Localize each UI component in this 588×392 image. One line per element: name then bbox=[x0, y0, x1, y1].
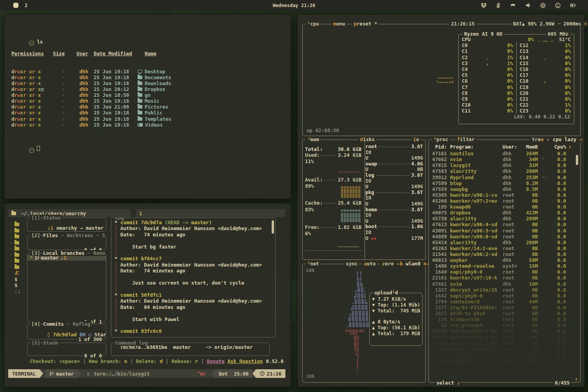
tree-folder-item[interactable]: › bbox=[10, 228, 27, 234]
log-scrollbar[interactable] bbox=[272, 220, 274, 234]
process-row[interactable]: 1640napi/phy0-0root0B0.0 bbox=[429, 269, 580, 275]
ask-question-link[interactable]: Ask Question bbox=[227, 358, 263, 364]
select-hint[interactable]: select ↓ bbox=[435, 380, 461, 386]
winbar-tab-segment[interactable]: 1 bbox=[136, 209, 285, 217]
process-row[interactable]: 22161kworker/u97:10-kroot0B0.0 bbox=[429, 275, 580, 281]
log-line[interactable]: │ Just use current on start, don't cycle bbox=[114, 280, 275, 286]
log-line[interactable]: │ Author: David Heinemeier Hansson <davi… bbox=[114, 298, 275, 304]
tree-script-item[interactable]: $ bbox=[10, 282, 27, 289]
scroll-up-icon[interactable]: ↑ bbox=[568, 144, 572, 150]
tree-folder-item[interactable]: › bbox=[10, 240, 27, 246]
tree-folder-item[interactable]: › bbox=[10, 234, 27, 240]
process-row[interactable]: 47661nvimdhh10M0.0 bbox=[429, 281, 580, 287]
terminal-window-lazygit[interactable]: ~/.local/share/omarchy 1 ››››››››E$$(1 [… bbox=[4, 203, 291, 387]
tab-filter[interactable]: filter bbox=[456, 136, 476, 142]
wifi-icon[interactable] bbox=[510, 3, 516, 8]
process-row[interactable]: 1577irq/81-PIXA3854:root0B0.0 bbox=[429, 305, 580, 310]
tree-folder-item[interactable]: › bbox=[10, 252, 27, 258]
log-panel[interactable]: Log * commit 7dc9d7a (HEAD -> master)│ A… bbox=[111, 218, 276, 338]
process-row[interactable]: 47583alacrittydhh206M0.0 bbox=[429, 168, 580, 174]
tree-folder-item[interactable]: › bbox=[10, 264, 27, 270]
process-row[interactable]: 42208kworker/u97:3-kcroot0B0.0 bbox=[429, 328, 580, 334]
process-row[interactable]: 39912Hyprlanddhh253M⠐⠂⠄0.0 bbox=[429, 174, 580, 180]
terminal-window-btop[interactable]: ¹cpu menu preset * 21:26:15 BAT▲ 98% 2.9… bbox=[297, 14, 585, 387]
process-row[interactable]: 43091kworker/u96:3-sdroot0B0.0 bbox=[429, 228, 580, 234]
log-line[interactable]: │ bbox=[114, 322, 275, 328]
process-row[interactable]: 45266kworker/u97:2+evroot0B0.0 bbox=[429, 198, 580, 204]
log-line[interactable]: │ Start with Pawel bbox=[114, 316, 275, 322]
process-row[interactable]: 1486systemd-resolvesyst+15M0.0 bbox=[429, 263, 580, 269]
log-line[interactable]: │ Date: 74 minutes ago bbox=[114, 268, 275, 274]
process-row[interactable]: 47815lazygitdhh31M0.0 bbox=[429, 162, 580, 168]
process-row[interactable]: 45305kworker/u96:1-coroot0B0.0 bbox=[429, 192, 580, 198]
files-panel[interactable]: [2]─Files ─ Worktrees ─ S 0 of 0 bbox=[27, 235, 106, 250]
tab-cpu[interactable]: ¹cpu bbox=[306, 21, 321, 27]
tab-preset[interactable]: preset * bbox=[352, 21, 379, 27]
cpu-indicator-icon[interactable] bbox=[540, 3, 546, 8]
process-row[interactable]: 45414alacrittydhh208M0.0 bbox=[429, 240, 580, 245]
log-line[interactable]: │ Date: 74 minutes ago bbox=[114, 232, 275, 238]
process-row[interactable]: 47559swaybgdhh8.5M0.0 bbox=[429, 186, 580, 192]
update-interval[interactable]: ─ 2000ms + bbox=[556, 21, 588, 27]
process-row[interactable]: 47599btopdhh8.2M0.0 bbox=[429, 180, 580, 186]
process-row[interactable]: 1642napi/phy0-0root0B0.0 bbox=[429, 293, 580, 299]
status-panel[interactable]: [1]─Status ↓1 omarchy → master bbox=[27, 218, 106, 232]
log-line[interactable]: * commit 56fdfc1 bbox=[114, 292, 275, 298]
tab-sync[interactable]: sync bbox=[344, 261, 359, 267]
sort-selector[interactable]: ← cpu lazy → bbox=[545, 136, 584, 142]
interface-switcher[interactable]: ←b wlan0 n→ bbox=[395, 261, 431, 267]
log-line[interactable]: │ Date: 84 minutes ago bbox=[114, 304, 275, 310]
commits-panel[interactable]: [4]─Commits ─ Reflog ◊ 7dc9d7ad DH ○ Sta… bbox=[27, 324, 106, 339]
tab-auto[interactable]: auto bbox=[362, 261, 377, 267]
process-row[interactable]: 1380btrfs-transactioroot0B0.0 bbox=[429, 346, 580, 352]
tab-menu[interactable]: menu bbox=[332, 21, 347, 27]
process-row[interactable]: 40013waybardhh58M0.0 bbox=[429, 257, 580, 263]
log-line[interactable]: │ Author: David Heinemeier Hansson <davi… bbox=[114, 262, 275, 268]
log-line[interactable]: │ bbox=[114, 250, 275, 256]
prompt-line-2[interactable]: → bbox=[11, 140, 171, 145]
process-row[interactable]: 16rcu_preemptroot0B0.0 bbox=[429, 322, 580, 328]
log-line[interactable]: │ bbox=[114, 238, 275, 243]
process-row[interactable]: 1systemdroot13M0.0 bbox=[429, 352, 580, 358]
process-row[interactable]: 1794containerdroot44M0.0 bbox=[429, 299, 580, 305]
log-line[interactable]: │ bbox=[114, 274, 275, 280]
log-line[interactable]: │ bbox=[114, 286, 275, 292]
volume-icon[interactable] bbox=[526, 3, 531, 8]
tab-io[interactable]: io bbox=[412, 136, 421, 142]
process-row[interactable]: 45730alacrittydhh209M0.0 bbox=[429, 216, 580, 221]
log-line[interactable]: * commit bf64cc7 bbox=[114, 256, 275, 261]
scroll-down-icon[interactable]: ↓ bbox=[575, 376, 578, 381]
terminal-window-ls[interactable]: →ls PermissionsSizeUserDate ModifiedName… bbox=[4, 14, 291, 199]
bluetooth-icon[interactable] bbox=[496, 2, 500, 8]
log-line[interactable]: * commit 7dc9d7a (HEAD -> master) bbox=[114, 220, 275, 225]
gauge-icon[interactable] bbox=[555, 3, 561, 8]
tree-folder-item[interactable]: › bbox=[10, 221, 27, 228]
process-row[interactable]: 1846pipewiredhh14M0.0 bbox=[429, 358, 580, 364]
tab-zero[interactable]: zero bbox=[380, 261, 395, 267]
tab-tree[interactable]: tree bbox=[530, 136, 545, 142]
process-row[interactable]: 31541kworker/u96:2-sdroot0B0.0 bbox=[429, 251, 580, 257]
log-line[interactable]: │ Start bg faster bbox=[114, 244, 275, 250]
branches-panel[interactable]: [3]─Local branches ─ Remo * master ↓1 1 … bbox=[27, 253, 106, 322]
branch-segment[interactable]: master bbox=[45, 369, 78, 378]
log-line[interactable]: │ Author: David Heinemeier Hansson <davi… bbox=[114, 225, 275, 231]
process-row[interactable]: 1327dmcrypt_write/25root0B0.0 bbox=[429, 287, 580, 293]
tree-text-item[interactable]: (1 bbox=[10, 289, 27, 295]
workspace-2-label[interactable]: 2 bbox=[25, 3, 27, 8]
process-row[interactable]: 47613kworker/u96:4-sdroot0B0.0 bbox=[429, 221, 580, 227]
file-tree[interactable]: ››››››››E$$(1 bbox=[10, 221, 27, 294]
log-line[interactable]: │ bbox=[114, 310, 275, 316]
process-row[interactable]: 47662nvimdhh34M⠈⠂0.0 bbox=[429, 156, 580, 162]
tree-folder-item[interactable]: › bbox=[10, 258, 27, 264]
process-row[interactable]: 44889kworker/u96:0-sdroot0B0.0 bbox=[429, 234, 580, 240]
tab-proc[interactable]: ⁴proc bbox=[432, 136, 450, 142]
workspace-indicator[interactable]: 2 bbox=[13, 3, 27, 8]
process-row[interactable]: 1827mt76-tx phy0root0B0.0 bbox=[429, 310, 580, 316]
tree-folder-item[interactable]: › bbox=[10, 246, 27, 252]
battery-icon[interactable] bbox=[570, 3, 576, 8]
process-row[interactable]: 176kcompactd0root0B0.0 bbox=[429, 316, 580, 322]
log-line[interactable]: * commit 83fc6c6 bbox=[114, 328, 275, 334]
process-row[interactable]: 40075dropboxdhh413M0.0 bbox=[429, 210, 580, 216]
process-row[interactable]: 195kswapd0root0B0.0 bbox=[429, 204, 580, 210]
proc-scrollbar[interactable] bbox=[576, 155, 578, 165]
